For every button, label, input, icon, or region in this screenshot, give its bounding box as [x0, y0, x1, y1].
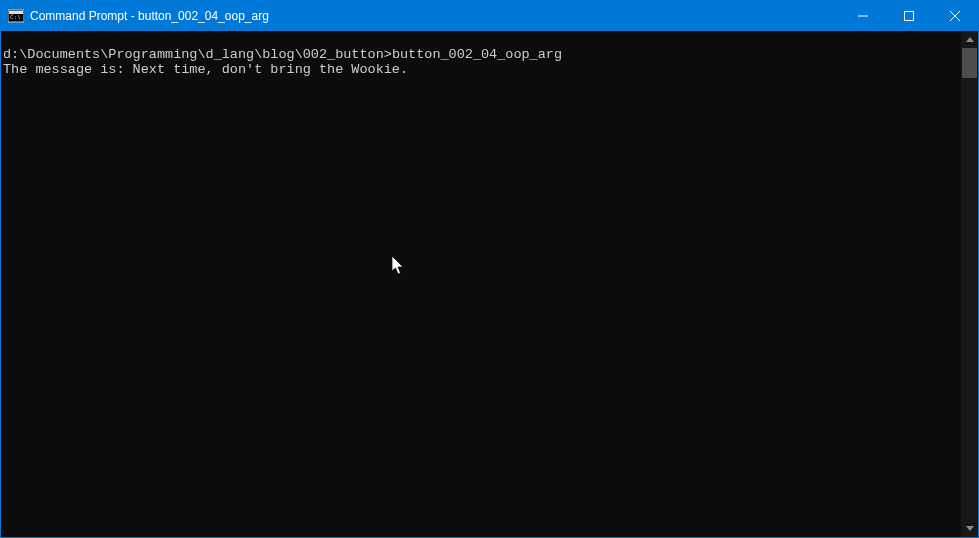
- app-icon: C:\: [8, 8, 24, 24]
- scrollbar-down-button[interactable]: [961, 520, 978, 537]
- command-text: button_002_04_oop_arg: [392, 47, 562, 62]
- prompt-line: d:\Documents\Programming\d_lang\blog\002…: [3, 47, 959, 62]
- terminal-content[interactable]: d:\Documents\Programming\d_lang\blog\002…: [1, 31, 961, 537]
- command-prompt-window: C:\ Command Prompt - button_002_04_oop_a…: [1, 1, 978, 537]
- terminal-area: d:\Documents\Programming\d_lang\blog\002…: [1, 31, 978, 537]
- window-title: Command Prompt - button_002_04_oop_arg: [30, 9, 840, 23]
- maximize-button[interactable]: [886, 1, 932, 31]
- terminal-line: [3, 32, 959, 47]
- minimize-button[interactable]: [840, 1, 886, 31]
- vertical-scrollbar[interactable]: [961, 31, 978, 537]
- prompt-path: d:\Documents\Programming\d_lang\blog\002…: [3, 47, 392, 62]
- svg-text:C:\: C:\: [10, 13, 21, 20]
- window-controls: [840, 1, 978, 31]
- close-button[interactable]: [932, 1, 978, 31]
- titlebar[interactable]: C:\ Command Prompt - button_002_04_oop_a…: [1, 1, 978, 31]
- scrollbar-thumb[interactable]: [962, 48, 977, 78]
- scrollbar-up-button[interactable]: [961, 31, 978, 48]
- svg-rect-4: [905, 12, 914, 21]
- output-line: The message is: Next time, don't bring t…: [3, 62, 959, 77]
